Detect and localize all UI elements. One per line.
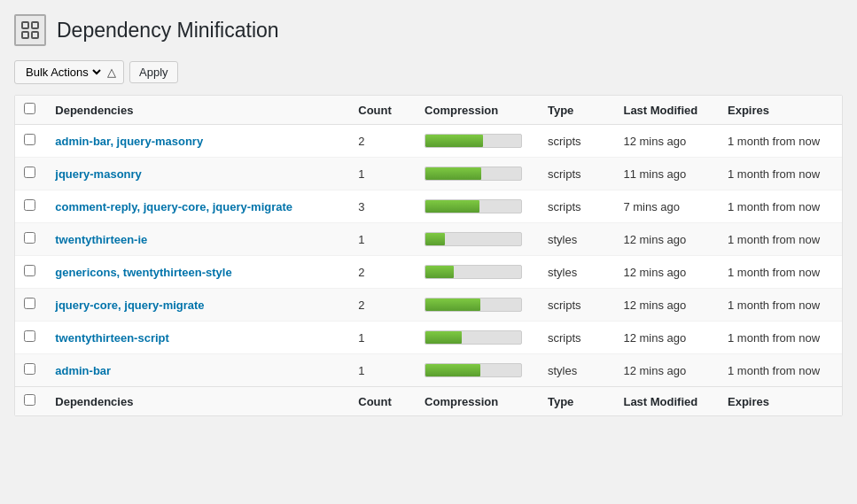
expires: 1 month from now — [719, 256, 842, 289]
compression-cell — [416, 125, 539, 158]
select-all-checkbox[interactable] — [24, 103, 35, 114]
compression-bar-container — [425, 167, 522, 181]
expires: 1 month from now — [719, 158, 842, 190]
compression-bar-container — [425, 232, 522, 246]
dependency-link[interactable]: twentythirteen-script — [55, 331, 169, 345]
last-modified: 12 mins ago — [614, 354, 719, 387]
table-footer-row: Dependencies Count Compression Type Last… — [15, 387, 842, 416]
compression-bar-fill — [425, 364, 480, 376]
compression-bar-fill — [425, 299, 480, 311]
row-checkbox[interactable] — [24, 134, 35, 145]
dependency-count: 2 — [349, 289, 416, 322]
compression-cell — [416, 158, 539, 190]
last-modified: 12 mins ago — [614, 289, 719, 322]
bulk-actions-select[interactable]: Bulk Actions Delete — [22, 65, 104, 80]
row-checkbox[interactable] — [24, 232, 35, 244]
compression-bar-fill — [425, 135, 483, 147]
dependency-link[interactable]: admin-bar — [55, 364, 111, 377]
last-modified: 12 mins ago — [614, 125, 719, 158]
dependency-count: 1 — [349, 322, 416, 354]
header-count: Count — [349, 96, 416, 125]
footer-checkbox-col — [15, 387, 46, 416]
svg-rect-1 — [32, 22, 38, 28]
compression-bar-container — [425, 134, 522, 148]
dependency-type: scripts — [539, 322, 614, 354]
row-checkbox[interactable] — [24, 265, 35, 276]
row-checkbox[interactable] — [24, 330, 35, 342]
compression-bar-fill — [425, 266, 454, 278]
bulk-actions-dropdown[interactable]: Bulk Actions Delete △ — [14, 60, 124, 84]
row-checkbox[interactable] — [24, 167, 35, 178]
table-row: jquery-core, jquery-migrate2scripts12 mi… — [15, 289, 842, 322]
select-all-footer-checkbox[interactable] — [24, 394, 35, 406]
dependency-count: 1 — [349, 158, 416, 190]
compression-cell — [416, 190, 539, 223]
dependency-link[interactable]: comment-reply, jquery-core, jquery-migra… — [55, 200, 292, 213]
table-row: twentythirteen-ie1styles12 mins ago1 mon… — [15, 223, 842, 256]
expires: 1 month from now — [719, 289, 842, 322]
dependency-link[interactable]: twentythirteen-ie — [55, 233, 147, 246]
compression-bar-fill — [425, 200, 479, 213]
dependency-link[interactable]: jquery-core, jquery-migrate — [55, 299, 204, 312]
dependency-link[interactable]: jquery-masonry — [55, 167, 142, 181]
page-header: Dependency Minification — [14, 14, 843, 46]
svg-rect-3 — [32, 32, 38, 38]
footer-last-modified: Last Modified — [614, 387, 719, 416]
page-title: Dependency Minification — [57, 19, 279, 43]
compression-bar-container — [425, 363, 522, 377]
last-modified: 7 mins ago — [614, 190, 719, 223]
row-checkbox[interactable] — [24, 298, 35, 309]
header-last-modified: Last Modified — [614, 96, 719, 125]
table-row: admin-bar, jquery-masonry2scripts12 mins… — [15, 125, 842, 158]
dependencies-table: Dependencies Count Compression Type Last… — [15, 96, 842, 415]
compression-cell — [416, 322, 539, 354]
dependency-type: styles — [539, 256, 614, 289]
header-checkbox-col — [15, 96, 46, 125]
last-modified: 12 mins ago — [614, 322, 719, 354]
compression-bar-container — [425, 330, 522, 345]
expires: 1 month from now — [719, 190, 842, 223]
table-row: twentythirteen-script1scripts12 mins ago… — [15, 322, 842, 354]
footer-dependencies: Dependencies — [46, 387, 349, 416]
dependency-type: scripts — [539, 125, 614, 158]
expires: 1 month from now — [719, 322, 842, 354]
dependency-count: 2 — [349, 125, 416, 158]
toolbar: Bulk Actions Delete △ Apply — [14, 60, 843, 84]
dependency-type: scripts — [539, 289, 614, 322]
footer-expires: Expires — [719, 387, 842, 416]
svg-rect-2 — [22, 32, 28, 38]
table-row: comment-reply, jquery-core, jquery-migra… — [15, 190, 842, 223]
expires: 1 month from now — [719, 223, 842, 256]
dependency-link[interactable]: admin-bar, jquery-masonry — [55, 135, 203, 148]
table-row: jquery-masonry1scripts11 mins ago1 month… — [15, 158, 842, 190]
compression-cell — [416, 256, 539, 289]
compression-bar-container — [425, 199, 522, 213]
last-modified: 11 mins ago — [614, 158, 719, 190]
table-body: admin-bar, jquery-masonry2scripts12 mins… — [15, 125, 842, 387]
last-modified: 12 mins ago — [614, 256, 719, 289]
dependency-count: 3 — [349, 190, 416, 223]
header-compression: Compression — [416, 96, 539, 125]
row-checkbox[interactable] — [24, 363, 35, 375]
apply-button[interactable]: Apply — [129, 61, 178, 83]
compression-cell — [416, 354, 539, 387]
dropdown-arrow-icon: △ — [107, 66, 116, 79]
dependency-count: 1 — [349, 223, 416, 256]
compression-bar-fill — [425, 233, 445, 245]
dependency-type: styles — [539, 223, 614, 256]
dependency-link[interactable]: genericons, twentythirteen-style — [55, 266, 231, 279]
dependency-count: 2 — [349, 256, 416, 289]
svg-rect-0 — [22, 22, 28, 28]
table-header-row: Dependencies Count Compression Type Last… — [15, 96, 842, 125]
page-icon — [14, 14, 46, 46]
header-expires: Expires — [719, 96, 842, 125]
compression-bar-fill — [425, 167, 481, 180]
row-checkbox[interactable] — [24, 199, 35, 211]
footer-count: Count — [349, 387, 416, 416]
table-row: admin-bar1styles12 mins ago1 month from … — [15, 354, 842, 387]
expires: 1 month from now — [719, 354, 842, 387]
last-modified: 12 mins ago — [614, 223, 719, 256]
table-row: genericons, twentythirteen-style2styles1… — [15, 256, 842, 289]
dependency-type: styles — [539, 354, 614, 387]
footer-compression: Compression — [416, 387, 539, 416]
